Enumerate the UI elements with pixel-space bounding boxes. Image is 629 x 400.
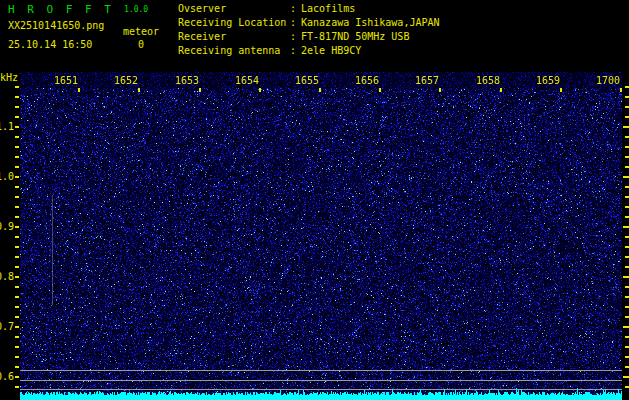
info-colon: :: [290, 16, 296, 30]
echo-count: 0: [138, 39, 144, 50]
freq-minor-tick: [15, 386, 19, 388]
time-label: 1652: [113, 75, 138, 86]
receiver-info: Ovserver:LacofilmsReceiving Location:Kan…: [178, 2, 440, 58]
freq-minor-tick: [15, 306, 19, 308]
info-label: Receiving Location: [178, 16, 290, 30]
freq-right-tick: [625, 316, 629, 318]
time-label: 1657: [414, 75, 439, 86]
freq-minor-tick: [15, 186, 19, 188]
info-colon: :: [290, 2, 296, 16]
output-filename: XX2510141650.png: [8, 20, 104, 31]
freq-right-tick: [625, 186, 629, 188]
app-title: H R O F F T: [8, 3, 114, 16]
freq-right-tick: [625, 286, 629, 288]
freq-right-tick: [625, 166, 629, 168]
freq-right-tick: [625, 336, 629, 338]
datetime-label: 25.10.14 16:50: [8, 39, 92, 50]
freq-right-tick: [625, 296, 629, 298]
freq-minor-tick: [15, 346, 19, 348]
info-value: 2ele HB9CY: [301, 45, 361, 56]
freq-right-tick: [623, 326, 629, 328]
info-value: Lacofilms: [301, 3, 355, 14]
time-tick: [500, 88, 502, 92]
freq-minor-tick: [15, 286, 19, 288]
time-label: 1654: [234, 75, 259, 86]
freq-label: 1.1: [0, 121, 14, 132]
time-label: 1659: [535, 75, 560, 86]
info-value: Kanazawa Ishikawa,JAPAN: [301, 17, 439, 28]
time-label: 1653: [174, 75, 199, 86]
info-label: Ovserver: [178, 2, 290, 16]
freq-right-tick: [623, 376, 629, 378]
freq-minor-tick: [15, 166, 19, 168]
freq-right-tick: [625, 236, 629, 238]
freq-label: 0.7: [0, 321, 14, 332]
freq-right-tick: [625, 216, 629, 218]
freq-right-tick: [625, 306, 629, 308]
freq-right-tick: [625, 206, 629, 208]
freq-minor-tick: [15, 256, 19, 258]
freq-right-tick: [625, 86, 629, 88]
time-tick: [620, 88, 622, 92]
info-colon: :: [290, 30, 296, 44]
time-label: 1655: [294, 75, 319, 86]
freq-major-tick: [15, 376, 19, 378]
info-label: Receiver: [178, 30, 290, 44]
freq-right-tick: [623, 226, 629, 228]
freq-label: 1.0: [0, 171, 14, 182]
time-tick: [199, 88, 201, 92]
info-row: Ovserver:Lacofilms: [178, 2, 440, 16]
time-tick: [379, 88, 381, 92]
info-value: FT-817ND 50MHz USB: [301, 31, 409, 42]
time-label: 1651: [53, 75, 78, 86]
freq-minor-tick: [15, 206, 19, 208]
time-tick: [259, 88, 261, 92]
time-label: 1700: [595, 75, 620, 86]
freq-right-tick: [625, 246, 629, 248]
freq-minor-tick: [15, 316, 19, 318]
app-version: 1.0.0: [124, 5, 148, 14]
info-colon: :: [290, 44, 296, 58]
freq-right-tick: [625, 116, 629, 118]
freq-right-tick: [625, 96, 629, 98]
freq-minor-tick: [15, 106, 19, 108]
freq-right-tick: [625, 106, 629, 108]
freq-right-tick: [625, 256, 629, 258]
freq-minor-tick: [15, 196, 19, 198]
freq-right-tick: [625, 386, 629, 388]
info-row: Receiving Location:Kanazawa Ishikawa,JAP…: [178, 16, 440, 30]
freq-major-tick: [15, 126, 19, 128]
freq-minor-tick: [15, 296, 19, 298]
time-tick: [138, 88, 140, 92]
freq-minor-tick: [15, 216, 19, 218]
freq-minor-tick: [15, 356, 19, 358]
freq-right-tick: [625, 136, 629, 138]
freq-minor-tick: [15, 366, 19, 368]
time-label: 1658: [475, 75, 500, 86]
freq-minor-tick: [15, 116, 19, 118]
freq-label: 0.9: [0, 221, 14, 232]
freq-minor-tick: [15, 156, 19, 158]
freq-minor-tick: [15, 246, 19, 248]
freq-major-tick: [15, 326, 19, 328]
freq-right-tick: [625, 156, 629, 158]
freq-right-tick: [625, 146, 629, 148]
freq-major-tick: [15, 276, 19, 278]
info-row: Receiving antenna:2ele HB9CY: [178, 44, 440, 58]
time-tick: [78, 88, 80, 92]
freq-label: 0.6: [0, 371, 14, 382]
freq-right-tick: [625, 356, 629, 358]
spectrogram-canvas: [20, 72, 622, 400]
hrofft-screen: H R O F F T 1.0.0 XX2510141650.png meteo…: [0, 0, 629, 400]
freq-major-tick: [15, 226, 19, 228]
time-tick: [560, 88, 562, 92]
time-tick: [319, 88, 321, 92]
time-tick: [439, 88, 441, 92]
freq-right-tick: [623, 276, 629, 278]
freq-right-tick: [625, 196, 629, 198]
freq-minor-tick: [15, 136, 19, 138]
freq-right-tick: [625, 366, 629, 368]
freq-label: 0.8: [0, 271, 14, 282]
info-row: Receiver:FT-817ND 50MHz USB: [178, 30, 440, 44]
freq-minor-tick: [15, 96, 19, 98]
